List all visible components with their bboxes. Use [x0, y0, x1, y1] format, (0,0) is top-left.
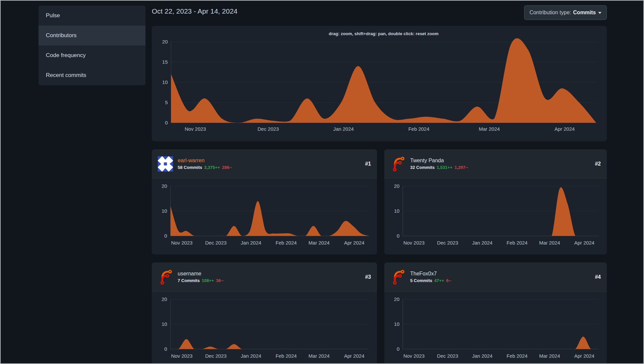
svg-text:20: 20 [161, 183, 167, 189]
identicon-avatar[interactable] [158, 156, 173, 172]
contributor-card-header: TheFox0x75 Commits47++6--#4 [384, 262, 607, 292]
total-commits-area-chart[interactable]: 05101520Nov 2023Dec 2023Jan 2024Feb 2024… [152, 26, 607, 141]
additions-count: 1,531++ [437, 165, 453, 170]
svg-text:10: 10 [394, 321, 400, 327]
contributor-area-chart[interactable]: 01020Nov 2023Dec 2023Jan 2024Feb 2024Mar… [152, 179, 377, 255]
contribution-type-dropdown[interactable]: Contribution type: Commits [524, 5, 607, 20]
topbar: Oct 22, 2023 - Apr 14, 2024 Contribution… [152, 5, 607, 25]
svg-text:Apr 2024: Apr 2024 [344, 240, 364, 246]
date-range-title: Oct 22, 2023 - Apr 14, 2024 [152, 5, 237, 15]
sidebar-item-label: Code frequency [46, 52, 86, 59]
svg-text:10: 10 [162, 79, 168, 85]
svg-text:Mar 2024: Mar 2024 [539, 240, 560, 246]
svg-text:0: 0 [397, 233, 399, 239]
contributor-rank-badge: #2 [595, 161, 601, 167]
svg-text:Dec 2023: Dec 2023 [205, 240, 227, 246]
sidebar-menu: PulseContributorsCode frequencyRecent co… [39, 6, 145, 85]
contributor-name-link[interactable]: earl-warren [178, 158, 205, 164]
commit-count: 32 Commits [410, 165, 435, 170]
chevron-down-icon [598, 12, 601, 14]
svg-text:Feb 2024: Feb 2024 [276, 353, 297, 359]
svg-text:Jan 2024: Jan 2024 [472, 240, 493, 246]
contributor-info: Twenty Panda32 Commits1,531++1,297-- [410, 158, 590, 170]
deletions-count: 6-- [446, 278, 451, 283]
svg-text:5: 5 [165, 100, 168, 105]
contributor-name-link[interactable]: Twenty Panda [410, 158, 444, 164]
contributor-rank-badge: #4 [595, 274, 601, 280]
sidebar-item-label: Pulse [46, 12, 60, 19]
forgejo-logo-avatar[interactable] [390, 156, 406, 172]
contributor-stats: 58 Commits3,375++286-- [178, 165, 360, 170]
additions-count: 108++ [202, 278, 214, 283]
contributor-area-chart[interactable]: 01020Nov 2023Dec 2023Jan 2024Feb 2024Mar… [384, 292, 607, 364]
svg-text:10: 10 [161, 208, 167, 214]
svg-text:Apr 2024: Apr 2024 [554, 126, 575, 132]
additions-count: 3,375++ [204, 165, 220, 170]
contributor-stats: 32 Commits1,531++1,297-- [410, 165, 590, 170]
svg-text:Mar 2024: Mar 2024 [539, 353, 560, 359]
deletions-count: 36-- [216, 278, 224, 283]
contributor-stats: 7 Commits108++36-- [178, 278, 360, 283]
svg-text:0: 0 [164, 346, 167, 352]
svg-text:10: 10 [161, 321, 167, 327]
dropdown-label: Contribution type: [529, 10, 571, 16]
svg-text:Apr 2024: Apr 2024 [574, 240, 594, 246]
contributor-area-chart[interactable]: 01020Nov 2023Dec 2023Jan 2024Feb 2024Mar… [384, 179, 607, 255]
contributor-area-chart[interactable]: 01020Nov 2023Dec 2023Jan 2024Feb 2024Mar… [152, 292, 377, 364]
svg-text:20: 20 [162, 39, 168, 44]
contributor-info: earl-warren58 Commits3,375++286-- [178, 158, 360, 170]
commit-count: 7 Commits [178, 278, 200, 283]
contributor-card-username: username7 Commits108++36--#301020Nov 202… [152, 262, 377, 364]
svg-text:Apr 2024: Apr 2024 [574, 353, 594, 359]
svg-text:15: 15 [162, 59, 168, 65]
contributor-rank-badge: #1 [365, 161, 371, 167]
commit-count: 58 Commits [178, 165, 202, 170]
contributor-info: username7 Commits108++36-- [178, 271, 360, 283]
sidebar-item-contributors[interactable]: Contributors [39, 26, 145, 45]
svg-text:Nov 2023: Nov 2023 [171, 353, 193, 359]
contributor-card-header: username7 Commits108++36--#3 [152, 262, 377, 292]
forgejo-logo-avatar[interactable] [390, 269, 406, 285]
svg-text:Dec 2023: Dec 2023 [257, 126, 279, 132]
svg-text:Dec 2023: Dec 2023 [437, 240, 458, 246]
svg-text:20: 20 [394, 183, 400, 189]
additions-count: 47++ [434, 278, 444, 283]
contributor-card-header: Twenty Panda32 Commits1,531++1,297--#2 [384, 149, 607, 179]
contributor-card-header: earl-warren58 Commits3,375++286--#1 [152, 149, 377, 179]
svg-text:Feb 2024: Feb 2024 [408, 126, 429, 132]
commit-count: 5 Commits [410, 278, 432, 283]
contributor-card-twenty-panda: Twenty Panda32 Commits1,531++1,297--#201… [384, 149, 607, 255]
contributor-name-link[interactable]: TheFox0x7 [410, 271, 437, 277]
svg-text:Jan 2024: Jan 2024 [241, 240, 261, 246]
svg-text:0: 0 [165, 120, 168, 125]
svg-text:Mar 2024: Mar 2024 [309, 240, 330, 246]
sidebar-item-label: Contributors [46, 32, 77, 39]
sidebar-item-recent-commits[interactable]: Recent commits [39, 65, 145, 85]
svg-text:Dec 2023: Dec 2023 [205, 353, 227, 359]
svg-text:Nov 2023: Nov 2023 [171, 240, 193, 246]
contributor-name-link[interactable]: username [178, 271, 201, 277]
svg-text:0: 0 [164, 233, 167, 239]
svg-text:Nov 2023: Nov 2023 [185, 126, 206, 132]
svg-text:20: 20 [394, 296, 400, 302]
chart-zoom-hint: drag: zoom, shift+drag: pan, double clic… [171, 31, 596, 36]
sidebar-item-label: Recent commits [46, 72, 86, 79]
svg-text:Feb 2024: Feb 2024 [506, 353, 527, 359]
svg-text:Feb 2024: Feb 2024 [506, 240, 527, 246]
svg-text:10: 10 [394, 208, 400, 214]
sidebar-item-code-frequency[interactable]: Code frequency [39, 45, 145, 65]
forgejo-logo-avatar[interactable] [158, 269, 173, 285]
svg-text:Feb 2024: Feb 2024 [276, 240, 297, 246]
deletions-count: 1,297-- [454, 165, 468, 170]
total-commits-chart-card: drag: zoom, shift+drag: pan, double clic… [152, 26, 607, 141]
svg-text:Jan 2024: Jan 2024 [333, 126, 354, 132]
contributors-page: PulseContributorsCode frequencyRecent co… [0, 0, 644, 364]
svg-text:Nov 2023: Nov 2023 [403, 240, 424, 246]
svg-text:Nov 2023: Nov 2023 [403, 353, 424, 359]
svg-text:Jan 2024: Jan 2024 [241, 353, 261, 359]
svg-text:20: 20 [161, 296, 167, 302]
main-content: Oct 22, 2023 - Apr 14, 2024 Contribution… [152, 5, 607, 364]
svg-text:Apr 2024: Apr 2024 [344, 353, 364, 359]
svg-text:Mar 2024: Mar 2024 [309, 353, 330, 359]
sidebar-item-pulse[interactable]: Pulse [39, 6, 145, 26]
